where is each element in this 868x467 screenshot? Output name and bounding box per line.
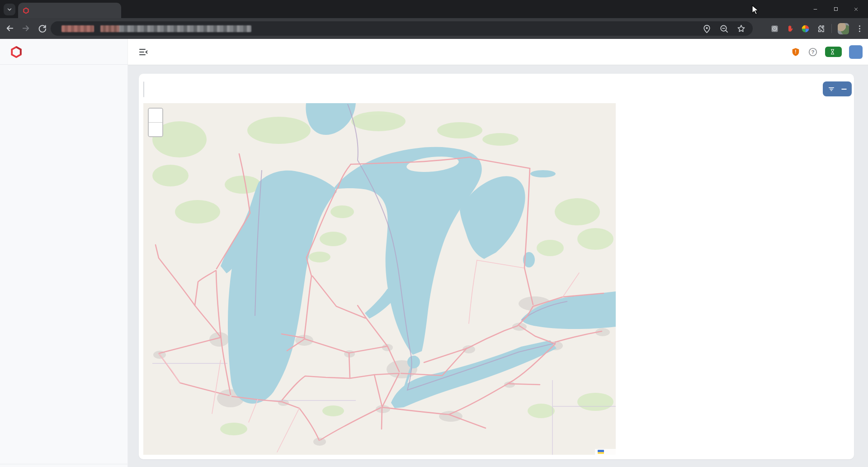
location-card — [139, 74, 854, 459]
extension-photos-icon[interactable] — [801, 24, 810, 33]
toolbar-divider — [831, 24, 832, 33]
browser-toolbar — [0, 18, 868, 39]
help-question-icon[interactable]: ? — [808, 47, 818, 57]
zoom-out-button[interactable] — [149, 123, 162, 136]
chevron-down-icon — [6, 6, 13, 13]
redacted-url-text — [100, 25, 251, 32]
svg-text:?: ? — [811, 49, 815, 54]
browser-menu-kebab-icon[interactable] — [855, 24, 864, 33]
back-button[interactable] — [5, 23, 15, 33]
geolocation-icon[interactable] — [702, 24, 712, 34]
totaleto-favicon — [23, 7, 29, 14]
view-filter-tabs — [143, 81, 144, 97]
map-canvas — [143, 103, 616, 455]
alert-shield-icon[interactable]: ! — [791, 47, 801, 57]
content-area — [128, 65, 868, 467]
redacted-url-segment — [61, 25, 94, 32]
extensions-puzzle-icon[interactable] — [816, 24, 826, 33]
sidebar — [0, 39, 128, 467]
browser-chrome — [0, 0, 868, 39]
sidebar-footer-divider — [0, 464, 127, 464]
reload-button[interactable] — [37, 23, 47, 33]
svg-text:!: ! — [795, 49, 796, 54]
map-attribution — [595, 449, 616, 455]
extension-hand-icon[interactable] — [785, 24, 795, 33]
hourglass-icon — [829, 48, 836, 55]
zoom-page-icon[interactable] — [719, 24, 729, 34]
page-header: ! ? — [128, 39, 868, 65]
zoom-in-button[interactable] — [149, 109, 162, 123]
window-controls — [805, 0, 866, 18]
new-tab-button[interactable] — [127, 4, 138, 14]
extension-clock-icon[interactable] — [770, 24, 779, 33]
window-maximize-button[interactable] — [826, 0, 846, 18]
window-minimize-button[interactable] — [805, 0, 826, 18]
sidebar-collapse-button[interactable] — [138, 47, 149, 57]
tab-search-button[interactable] — [4, 4, 15, 15]
totaleto-hexagon-icon — [10, 46, 23, 58]
browser-tab[interactable] — [18, 3, 121, 18]
address-bar[interactable] — [51, 21, 753, 36]
forward-button[interactable] — [21, 23, 31, 33]
bookmark-star-icon[interactable] — [736, 24, 746, 34]
filter-button[interactable] — [823, 81, 852, 96]
active-timer-button[interactable] — [825, 47, 842, 57]
user-avatar[interactable] — [849, 45, 863, 59]
window-close-button[interactable] — [846, 0, 866, 18]
tab-strip — [0, 0, 868, 18]
browser-profile-avatar[interactable] — [838, 23, 849, 34]
sidebar-footer — [0, 464, 127, 467]
sidebar-nav — [0, 65, 127, 464]
map-zoom-control — [148, 108, 163, 137]
filter-count-badge — [841, 89, 847, 90]
minimize-icon — [812, 6, 818, 12]
app-logo[interactable] — [0, 39, 127, 64]
ukraine-flag-icon — [598, 450, 604, 454]
filter-lines-icon — [828, 86, 835, 93]
leaflet-map[interactable] — [143, 103, 616, 455]
close-icon — [853, 6, 859, 12]
maximize-icon — [833, 6, 839, 12]
presence-panel — [623, 103, 852, 455]
